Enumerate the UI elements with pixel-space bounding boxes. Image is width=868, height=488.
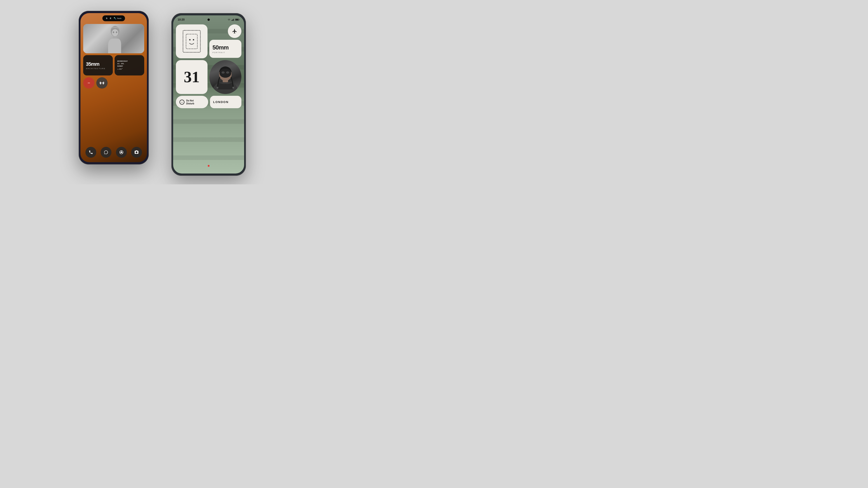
svg-rect-20	[236, 19, 239, 20]
torch-icon: 🔦	[114, 17, 116, 20]
widget-50mm-title: 50mm	[213, 44, 238, 51]
svg-rect-15	[232, 20, 232, 21]
di-letter-s: S	[106, 17, 107, 20]
di-letter-e: E	[110, 17, 111, 20]
svg-rect-14	[231, 20, 232, 21]
battery-icon	[235, 19, 240, 21]
widget-photo-frame[interactable]	[176, 24, 208, 58]
weather-temp: 21°	[119, 68, 123, 70]
sun-icon: ☀	[117, 68, 119, 70]
airpods-icon	[99, 81, 104, 85]
svg-point-9	[121, 152, 122, 153]
svg-point-27	[221, 71, 225, 74]
phone2-screen: 10:20	[173, 15, 244, 173]
messages-icon	[104, 150, 108, 155]
svg-point-2	[112, 29, 119, 36]
torch-label: Torch	[117, 18, 121, 20]
airpods-button[interactable]	[96, 77, 107, 89]
avatar-image	[209, 60, 241, 94]
phone2-row1: 50mm PORTRAIT	[176, 24, 241, 58]
minus-button[interactable]: −	[83, 77, 94, 89]
photo-frame-inner	[183, 30, 201, 53]
weather-temp-row: ☀ 21°	[117, 68, 142, 70]
svg-point-29	[217, 87, 218, 89]
status-time: 10:20	[178, 18, 185, 21]
widget-dnd[interactable]: Do Not Disturb	[176, 96, 208, 108]
weather-day: WEDNESDAY	[117, 60, 142, 63]
dock-camera[interactable]	[131, 147, 142, 158]
svg-point-28	[226, 71, 229, 74]
widget-date31[interactable]: 31	[176, 60, 208, 94]
avatar-svg	[210, 60, 241, 94]
signal-icon	[231, 19, 234, 21]
camera-icon	[134, 150, 139, 155]
widget-avatar[interactable]	[209, 60, 241, 94]
svg-point-30	[232, 87, 234, 89]
svg-point-23	[193, 39, 194, 40]
phone2-col-right: 50mm PORTRAIT	[209, 24, 241, 58]
svg-point-5	[100, 82, 101, 84]
widget-35mm-sub: ARCHITECTURE	[86, 68, 110, 70]
widget-date[interactable]: WEDNESDAY 31 JUL SUNNY ☀ 21°	[115, 55, 144, 75]
widget-35mm[interactable]: 35mm ARCHITECTURE	[83, 55, 113, 75]
phone2-row3: Do Not Disturb LONDON	[176, 96, 241, 108]
dnd-icon	[180, 100, 184, 105]
phone2-row2: 31	[176, 60, 241, 94]
face-frame-icon	[185, 33, 198, 50]
svg-line-12	[122, 153, 123, 153]
phone2-widgets: 50mm PORTRAIT 31	[176, 24, 241, 108]
london-label: LONDON	[213, 100, 228, 104]
svg-point-6	[102, 82, 104, 84]
svg-point-4	[116, 31, 117, 33]
di-torch: 🔦 Torch	[114, 17, 121, 20]
airplane-icon	[232, 29, 237, 34]
widget-35mm-title: 35mm	[86, 61, 110, 67]
svg-rect-16	[233, 19, 233, 21]
controls-row: −	[83, 77, 144, 89]
phone-left: S E 🔦 Torch	[79, 11, 149, 164]
airplane-row	[209, 24, 241, 38]
dynamic-island: S E 🔦 Torch	[102, 15, 125, 21]
svg-line-13	[120, 153, 121, 153]
status-bar: 10:20	[178, 18, 240, 21]
red-dot-indicator	[208, 165, 210, 167]
weather-condition: SUNNY	[117, 65, 142, 68]
phone-right: 10:20	[171, 13, 246, 176]
widget-london[interactable]: LONDON	[210, 96, 241, 108]
date31-number: 31	[184, 69, 199, 85]
status-icons	[227, 19, 240, 21]
dock-messages[interactable]	[101, 147, 112, 158]
svg-rect-19	[239, 20, 240, 20]
svg-point-22	[189, 39, 191, 40]
widget-airplane[interactable]	[228, 24, 241, 38]
dock	[83, 147, 144, 158]
phone-icon	[89, 150, 93, 155]
chrome-icon	[119, 150, 124, 155]
svg-rect-17	[234, 19, 234, 21]
dock-chrome[interactable]	[116, 147, 127, 158]
widgets-row-1: 35mm ARCHITECTURE WEDNESDAY 31 JUL SUNNY…	[83, 55, 144, 75]
phone1-widgets: 35mm ARCHITECTURE WEDNESDAY 31 JUL SUNNY…	[83, 24, 144, 89]
person-svg	[103, 25, 126, 53]
dnd-text: Do Not Disturb	[186, 99, 194, 105]
svg-point-3	[113, 31, 114, 33]
widget-50mm-sub: PORTRAIT	[213, 52, 238, 54]
phone1-screen: S E 🔦 Torch	[81, 13, 147, 162]
widget-50mm[interactable]: 50mm PORTRAIT	[209, 40, 241, 58]
wifi-icon	[227, 19, 230, 21]
dock-phone[interactable]	[86, 147, 96, 158]
photo-widget	[83, 24, 144, 53]
svg-rect-21	[186, 34, 197, 49]
svg-point-26	[219, 69, 231, 78]
photo-image	[83, 24, 144, 53]
weather-date: 31 JUL	[117, 63, 142, 65]
